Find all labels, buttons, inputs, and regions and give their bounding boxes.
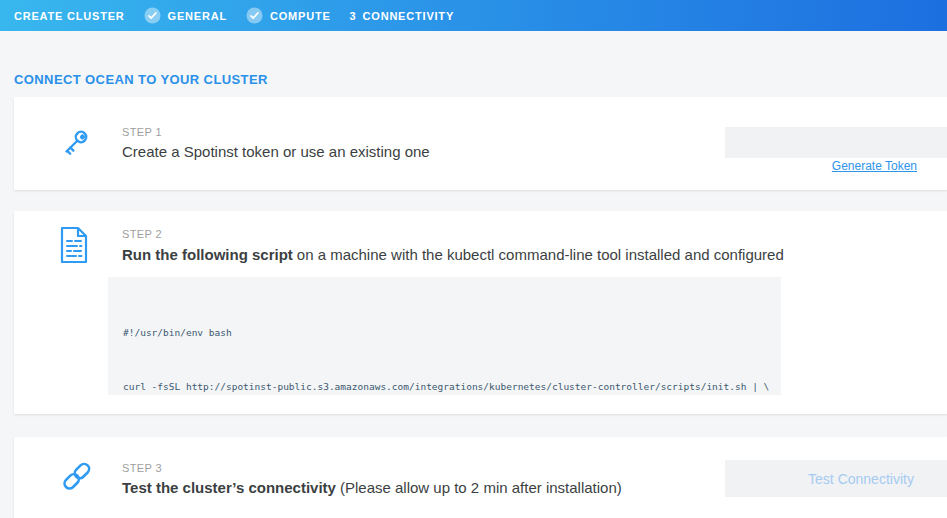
step2-label: STEP 2	[122, 228, 162, 240]
token-input[interactable]	[725, 127, 947, 158]
step3-title-bold: Test the cluster’s connectivity	[122, 479, 336, 496]
step2-title-bold: Run the following script	[122, 246, 293, 263]
wizard-header: CREATE CLUSTER GENERAL COMPUTE 3 CONNECT…	[0, 0, 947, 31]
step2-title-rest: on a machine with the kubectl command-li…	[297, 246, 784, 263]
generate-token-link[interactable]: Generate Token	[725, 159, 917, 173]
tab-general[interactable]: GENERAL	[144, 7, 227, 24]
test-connectivity-button[interactable]: Test Connectivity	[725, 460, 947, 497]
step3-title-rest: (Please allow up to 2 min after installa…	[340, 479, 622, 496]
step1-card: STEP 1 Create a Spotinst token or use an…	[14, 97, 947, 190]
tab-connectivity-label: CONNECTIVITY	[363, 10, 455, 22]
tab-general-label: GENERAL	[168, 10, 227, 22]
step3-card: STEP 3 Test the cluster’s connectivity(P…	[14, 437, 947, 518]
step1-label: STEP 1	[122, 126, 162, 138]
tab-connectivity-number: 3	[350, 10, 357, 22]
step1-title: Create a Spotinst token or use an existi…	[122, 143, 430, 160]
step3-title: Test the cluster’s connectivity(Please a…	[122, 479, 622, 496]
code-line-2: curl -fsSL http://spotinst-public.s3.ama…	[123, 378, 781, 395]
check-circle-icon	[246, 7, 263, 24]
wizard-title: CREATE CLUSTER	[14, 10, 125, 22]
link-icon	[58, 457, 96, 495]
page-title: CONNECT OCEAN TO YOUR CLUSTER	[14, 72, 268, 87]
tab-compute-label: COMPUTE	[270, 10, 331, 22]
key-icon	[58, 124, 94, 164]
tab-connectivity[interactable]: 3 CONNECTIVITY	[350, 10, 454, 22]
step2-title: Run the following scripton a machine wit…	[122, 246, 784, 263]
check-circle-icon	[144, 7, 161, 24]
create-cluster-wizard: CREATE CLUSTER GENERAL COMPUTE 3 CONNECT…	[0, 0, 947, 518]
install-script-code-block[interactable]: #!/usr/bin/env bash curl -fsSL http://sp…	[108, 277, 781, 395]
document-icon	[58, 226, 90, 264]
step2-card: STEP 2 Run the following scripton a mach…	[14, 211, 947, 414]
step3-label: STEP 3	[122, 462, 162, 474]
code-line-1: #!/usr/bin/env bash	[123, 324, 781, 342]
tab-compute[interactable]: COMPUTE	[246, 7, 331, 24]
